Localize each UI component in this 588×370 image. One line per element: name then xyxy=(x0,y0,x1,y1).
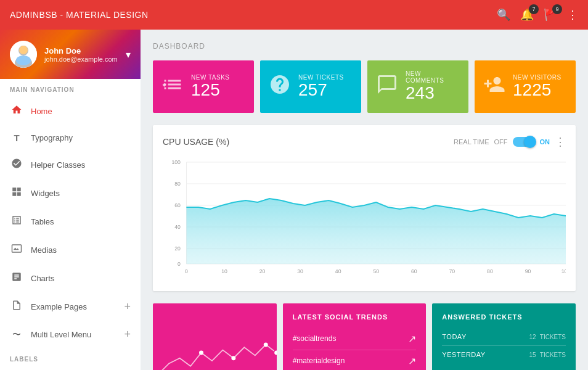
sidebar-item-label: Typography xyxy=(31,133,73,142)
svg-text:30: 30 xyxy=(297,268,303,274)
profile-dropdown-arrow[interactable]: ▾ xyxy=(126,49,131,60)
svg-point-31 xyxy=(199,350,203,355)
profile-info: John Doe john.doe@example.com xyxy=(44,46,118,63)
ticket-label: YESTERDAY xyxy=(442,351,485,358)
trend-tag: #socialtrends xyxy=(293,334,337,343)
svg-text:60: 60 xyxy=(411,268,417,274)
ticket-label: TODAY xyxy=(442,333,466,340)
stat-number: 1225 xyxy=(513,81,567,100)
sidebar-item-label: Home xyxy=(31,107,52,116)
sidebar-item-medias[interactable]: Medias xyxy=(0,236,141,264)
svg-text:50: 50 xyxy=(373,268,379,274)
sidebar-item-charts[interactable]: Charts xyxy=(0,264,141,292)
multi-level-plus[interactable]: + xyxy=(124,328,131,341)
bell-icon[interactable]: 🔔 7 xyxy=(520,8,534,22)
svg-text:20: 20 xyxy=(259,268,266,274)
ticket-unit: TICKETS xyxy=(540,334,566,340)
svg-point-34 xyxy=(274,350,276,355)
widgets-icon xyxy=(10,186,23,200)
sidebar-item-helper-classes[interactable]: Helper Classes xyxy=(0,150,141,179)
helper-icon xyxy=(10,158,23,171)
realtime-label: REAL TIME xyxy=(454,138,489,146)
sidebar-item-multi-level[interactable]: 〜 Multi Level Menu + xyxy=(0,321,141,348)
avatar xyxy=(10,41,37,68)
top-navigation: ADMINBSB - MATERIAL DESIGN 🔍 🔔 7 🚩 9 ⋮ xyxy=(0,0,588,30)
svg-text:60: 60 xyxy=(174,202,181,208)
off-label: OFF xyxy=(494,138,508,146)
bell-badge: 7 xyxy=(529,4,539,14)
search-icon[interactable]: 🔍 xyxy=(497,8,510,22)
medias-icon xyxy=(10,243,23,257)
sidebar-item-example-pages[interactable]: Example Pages + xyxy=(0,292,141,321)
chart-menu-icon[interactable]: ⋮ xyxy=(555,135,566,149)
ticket-number: 15 xyxy=(529,352,536,358)
answered-tickets-title: ANSWERED TICKETS xyxy=(442,313,566,321)
toggle-knob xyxy=(524,136,536,148)
realtime-toggle[interactable] xyxy=(513,137,535,147)
ticket-count: 15 TICKETS xyxy=(529,351,566,358)
multi-level-icon: 〜 xyxy=(10,329,23,340)
stat-number: 243 xyxy=(406,84,460,103)
svg-point-3 xyxy=(19,46,28,54)
chart-title: CPU USAGE (%) xyxy=(163,137,229,147)
stat-info-comments: NEW COMMENTS 243 xyxy=(406,70,460,103)
sidebar: John Doe john.doe@example.com ▾ MAIN NAV… xyxy=(0,30,141,370)
flag-icon[interactable]: 🚩 9 xyxy=(544,8,557,22)
sidebar-item-home[interactable]: Home xyxy=(0,97,141,125)
sidebar-item-label: Example Pages xyxy=(31,302,87,311)
sidebar-item-widgets[interactable]: Widgets xyxy=(0,179,141,207)
svg-text:100: 100 xyxy=(561,268,566,274)
tables-icon xyxy=(10,215,23,228)
svg-text:80: 80 xyxy=(174,181,181,187)
sidebar-item-label: Tables xyxy=(31,217,54,226)
label-item-important[interactable]: Important xyxy=(0,366,141,370)
charts-icon xyxy=(10,271,23,285)
chart-header: CPU USAGE (%) REAL TIME OFF ON ⋮ xyxy=(163,135,566,149)
social-trends-card: LATEST SOCIAL TRENDS #socialtrends ↗ #ma… xyxy=(283,303,427,370)
example-pages-icon xyxy=(10,300,23,313)
nav-section-label: MAIN NAVIGATION xyxy=(0,79,141,97)
svg-text:100: 100 xyxy=(171,159,181,165)
profile-email: john.doe@example.com xyxy=(44,56,118,63)
sidebar-item-label: Widgets xyxy=(31,189,60,198)
social-trends-title: LATEST SOCIAL TRENDS xyxy=(293,313,417,321)
comments-icon xyxy=(376,73,398,100)
svg-marker-29 xyxy=(186,199,566,264)
ticket-unit: TICKETS xyxy=(540,352,566,358)
svg-point-4 xyxy=(16,56,31,65)
sidebar-item-label: Medias xyxy=(31,245,57,255)
tickets-icon xyxy=(269,73,291,100)
stat-cards: NEW TASKS 125 NEW TICKETS 257 NEW COMM xyxy=(153,60,576,113)
stat-label: NEW COMMENTS xyxy=(406,70,460,84)
svg-text:20: 20 xyxy=(174,245,181,252)
social-trend-item: #socialtrends ↗ xyxy=(293,328,417,350)
typography-icon: T xyxy=(10,133,23,143)
svg-text:70: 70 xyxy=(449,268,455,274)
sidebar-profile: John Doe john.doe@example.com ▾ xyxy=(0,30,141,79)
sidebar-item-tables[interactable]: Tables xyxy=(0,207,141,236)
cpu-chart: 100 80 60 40 20 0 0 10 20 30 40 50 60 70… xyxy=(163,156,566,281)
more-icon[interactable]: ⋮ xyxy=(567,8,578,22)
stat-label: NEW TICKETS xyxy=(298,74,353,81)
svg-text:10: 10 xyxy=(221,268,227,274)
stat-number: 257 xyxy=(298,81,353,100)
home-icon xyxy=(10,104,23,118)
ticket-count: 12 TICKETS xyxy=(529,333,566,340)
stat-card-new-visitors: NEW VISITORS 1225 xyxy=(475,60,576,113)
dashboard-title: DASHBOARD xyxy=(153,42,576,51)
stat-card-new-tasks: NEW TASKS 125 xyxy=(153,60,254,113)
answered-tickets-card: ANSWERED TICKETS TODAY 12 TICKETS YESTER… xyxy=(432,303,576,370)
svg-point-33 xyxy=(264,342,268,347)
sidebar-item-typography[interactable]: T Typography xyxy=(0,125,141,150)
stat-info-tickets: NEW TICKETS 257 xyxy=(298,74,353,100)
stat-info-tasks: NEW TASKS 125 xyxy=(191,74,245,100)
flag-badge: 9 xyxy=(552,4,562,14)
tasks-icon xyxy=(161,73,184,100)
profile-name: John Doe xyxy=(44,46,118,56)
svg-text:80: 80 xyxy=(487,268,493,274)
svg-text:0: 0 xyxy=(178,261,181,267)
example-pages-plus[interactable]: + xyxy=(124,300,131,313)
svg-text:0: 0 xyxy=(185,268,188,274)
social-trend-item: #materialdesign ↗ xyxy=(293,350,417,370)
chart-controls: REAL TIME OFF ON ⋮ xyxy=(454,135,566,149)
